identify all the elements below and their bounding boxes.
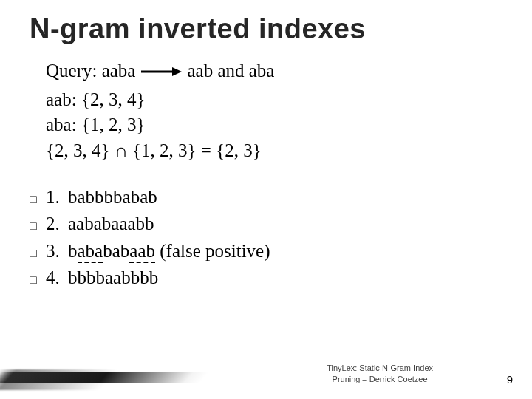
list-item: □ 2. aababaaabb: [30, 211, 502, 237]
t: bab: [113, 187, 140, 207]
accent-shape: [0, 372, 217, 383]
bullet-icon: □: [30, 245, 46, 262]
query-line: Query: aabaaab and aba: [46, 58, 502, 87]
page-number: 9: [507, 373, 513, 386]
item-number: 4.: [46, 265, 68, 291]
posting-set: {2, 3, 4}: [81, 89, 146, 109]
list-item: □ 4. bbbbaabbbb: [30, 265, 502, 291]
note-text: (false positive): [155, 241, 270, 261]
item-number: 3.: [46, 238, 68, 265]
match-underline: aab: [129, 241, 155, 263]
item-text: babbbbabab: [68, 184, 157, 211]
bullet-icon: □: [30, 271, 46, 288]
posting-line-0: aab: {2, 3, 4}: [46, 87, 502, 113]
list-item: □ 1. babbbbabab: [30, 184, 502, 211]
footer-text: TinyLex: Static N-Gram Index Pruning – D…: [327, 363, 433, 384]
query-value: aaba: [102, 61, 136, 81]
item-text: bbbbaabbbb: [68, 265, 158, 291]
t: ab: [140, 187, 157, 207]
footer-line2: Pruning – Derrick Coetzee: [327, 374, 433, 384]
bullet-icon: □: [30, 191, 46, 208]
posting-term: aab: [46, 89, 72, 109]
item-text: babababaab (false positive): [68, 238, 270, 265]
query-block: Query: aabaaab and aba aab: {2, 3, 4} ab…: [46, 58, 502, 163]
item-text: aababaaabb: [68, 211, 154, 237]
slide: N-gram inverted indexes Query: aabaaab a…: [0, 0, 532, 399]
posting-term: aba: [46, 115, 72, 134]
match-underline: aba: [78, 241, 103, 263]
t: baaabb: [102, 214, 154, 233]
item-number: 1.: [46, 184, 68, 211]
t: b: [68, 241, 78, 261]
t: bbbbaabbbb: [68, 267, 158, 287]
t: bab: [103, 241, 129, 261]
document-list: □ 1. babbbbabab □ 2. aababaaabb □ 3. bab…: [30, 184, 502, 291]
list-item: □ 3. babababaab (false positive): [30, 238, 502, 265]
footer-line1: TinyLex: Static N-Gram Index: [327, 363, 433, 373]
arrow-icon: [140, 58, 183, 84]
slide-title: N-gram inverted indexes: [30, 13, 502, 45]
t: babbb: [68, 187, 113, 207]
query-label: Query:: [46, 61, 97, 81]
bullet-icon: □: [30, 217, 46, 234]
svg-marker-1: [172, 67, 182, 76]
query-derived: aab and aba: [187, 61, 274, 81]
item-number: 2.: [46, 211, 68, 237]
posting-set: {1, 2, 3}: [81, 115, 146, 134]
t: aaba: [68, 214, 102, 233]
posting-line-1: aba: {1, 2, 3}: [46, 112, 502, 138]
intersection-line: {2, 3, 4} ∩ {1, 2, 3} = {2, 3}: [46, 138, 502, 164]
